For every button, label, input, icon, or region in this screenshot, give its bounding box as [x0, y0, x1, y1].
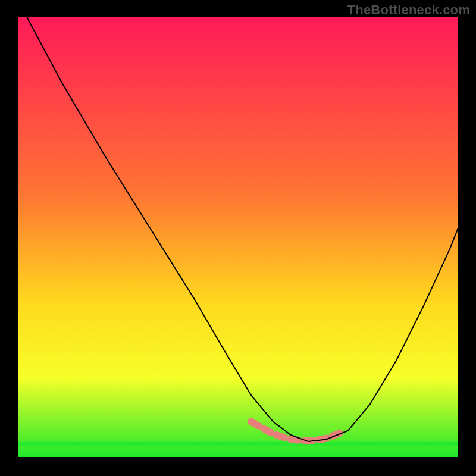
chart-frame: TheBottleneck.com	[0, 0, 476, 476]
plot-area	[18, 17, 458, 457]
watermark-text: TheBottleneck.com	[347, 2, 470, 18]
green-valley-band	[18, 442, 458, 446]
bottleneck-chart-svg	[18, 17, 458, 457]
gradient-background	[18, 17, 458, 457]
